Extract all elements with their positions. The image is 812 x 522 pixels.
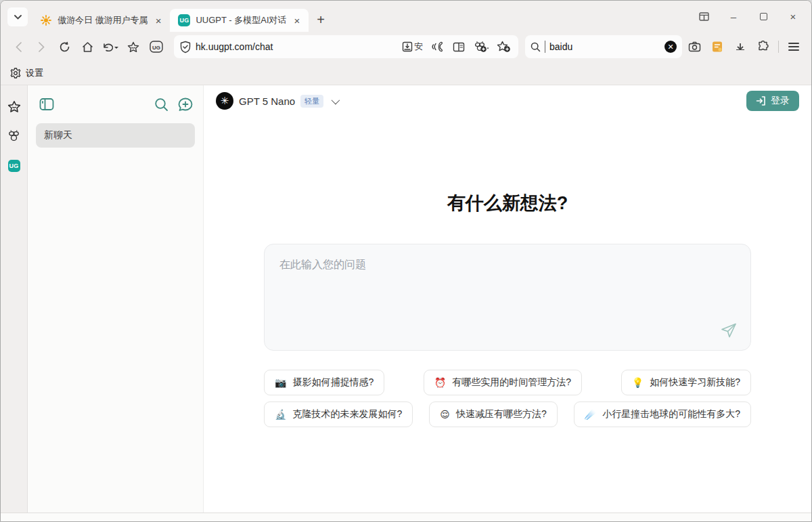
side-strip: UG: [1, 85, 28, 513]
downloads-button[interactable]: [729, 36, 751, 58]
read-aloud-button[interactable]: [428, 37, 447, 56]
login-button[interactable]: 登录: [746, 91, 799, 111]
comet-emoji-icon: ☄️: [585, 409, 596, 420]
ug-icon: UG: [150, 41, 163, 53]
shield-icon: [179, 41, 191, 53]
tab-uugpt[interactable]: UG UUGPT - 多模型AI对话 ×: [170, 9, 309, 32]
browser-window: 傲游今日 傲游用户专属 × UG UUGPT - 多模型AI对话 × + – ×: [0, 0, 812, 522]
favorites-star-icon: [127, 41, 139, 53]
search-chats-icon[interactable]: [152, 95, 171, 114]
tab-list-dropdown-button[interactable]: [7, 7, 28, 26]
alarm-clock-emoji-icon: ⏰: [434, 377, 446, 388]
search-input[interactable]: [549, 41, 664, 52]
browser-toolbar: UG hk.uugpt.com/chat 安: [1, 32, 811, 62]
gear-icon: [10, 68, 21, 79]
suggestion-chips: 📷 摄影如何捕捉情感? ⏰ 有哪些实用的时间管理方法? 💡 如何快速学习新技能?…: [264, 370, 751, 427]
screenshot-button[interactable]: [683, 36, 705, 58]
chat-list-item-new[interactable]: 新聊天: [36, 123, 195, 148]
suggestion-text: 快速减压有哪些方法?: [456, 408, 547, 420]
reader-mode-icon: [453, 42, 465, 52]
extensions-puzzle-icon: [757, 41, 769, 53]
save-install-icon: [402, 41, 413, 52]
favorites-star-icon[interactable]: [7, 99, 22, 114]
window-bottom-edge: [1, 513, 811, 521]
suggestion-chip[interactable]: ☄️ 小行星撞击地球的可能性有多大?: [574, 401, 751, 427]
undo-icon: [102, 42, 113, 51]
search-box[interactable]: ✕: [525, 35, 682, 58]
boss-key-panel-icon[interactable]: [692, 7, 715, 25]
notes-icon: [711, 41, 723, 53]
suggestion-chip[interactable]: 😌 快速减压有哪些方法?: [429, 401, 557, 427]
suggestion-text: 如何快速学习新技能?: [650, 376, 740, 389]
menu-icon: [788, 43, 799, 51]
sidebar-toggle-icon[interactable]: [37, 95, 56, 114]
reload-icon: [59, 41, 70, 53]
sunburst-icon: [40, 14, 52, 26]
new-tab-button[interactable]: +: [309, 12, 333, 32]
download-icon: [736, 43, 745, 51]
home-button[interactable]: [76, 36, 98, 58]
send-button[interactable]: [721, 323, 737, 341]
bookmark-settings[interactable]: 设置: [26, 67, 43, 79]
reader-mode-button[interactable]: [449, 37, 468, 56]
camera-emoji-icon: 📷: [275, 377, 286, 388]
address-bar-actions: 安: [400, 37, 513, 56]
extensions-button[interactable]: [752, 36, 774, 58]
maximize-button[interactable]: [752, 7, 775, 25]
notes-button[interactable]: [706, 36, 728, 58]
toolbar-separator: [778, 41, 779, 53]
suggestion-text: 摄影如何捕捉情感?: [292, 376, 374, 389]
search-icon: [531, 42, 541, 52]
login-icon: [756, 96, 766, 106]
tab-close-icon[interactable]: ×: [154, 15, 164, 26]
prompt-input-card[interactable]: [264, 244, 751, 351]
suggestion-chip[interactable]: 🔬 克隆技术的未来发展如何?: [264, 401, 413, 427]
ug-badge-icon[interactable]: UG: [7, 158, 22, 173]
chat-header: ✳ GPT 5 Nano 轻量 登录: [204, 85, 811, 116]
relieved-face-emoji-icon: 😌: [440, 409, 450, 420]
bee-collect-button[interactable]: [471, 37, 491, 56]
url-text[interactable]: hk.uugpt.com/chat: [196, 41, 400, 52]
model-selector[interactable]: ✳ GPT 5 Nano 轻量: [216, 92, 338, 110]
suggestion-chip[interactable]: ⏰ 有哪些实用的时间管理方法?: [424, 370, 582, 395]
home-icon: [82, 41, 93, 53]
chevron-down-icon: [14, 15, 22, 20]
model-badge: 轻量: [300, 95, 323, 108]
minimize-button[interactable]: –: [722, 7, 745, 25]
prompt-input[interactable]: [265, 244, 750, 319]
suggestion-chip[interactable]: 📷 摄影如何捕捉情感?: [264, 370, 384, 395]
chat-sidebar: 新聊天: [28, 85, 204, 513]
suggestion-chip[interactable]: 💡 如何快速学习新技能?: [621, 370, 751, 395]
close-button[interactable]: ×: [782, 7, 805, 25]
tab-title: UUGPT - 多模型AI对话: [196, 14, 286, 26]
ug-toolbar-button[interactable]: UG: [145, 36, 167, 58]
window-controls: – ×: [692, 7, 805, 25]
openai-logo: ✳: [216, 92, 233, 110]
clear-search-icon[interactable]: ✕: [664, 41, 677, 53]
read-aloud-icon: [431, 41, 444, 52]
save-install-button[interactable]: 安: [400, 37, 425, 56]
add-bookmark-button[interactable]: [494, 37, 513, 56]
back-button[interactable]: [7, 36, 29, 58]
maximize-icon: [760, 13, 767, 20]
suggestion-text: 有哪些实用的时间管理方法?: [452, 376, 571, 389]
suggestion-text: 小行星撞击地球的可能性有多大?: [602, 408, 740, 420]
favorites-button[interactable]: [122, 36, 144, 58]
new-chat-icon[interactable]: [176, 95, 195, 114]
menu-button[interactable]: [783, 36, 805, 58]
bookmarks-bar: 设置: [1, 62, 811, 85]
welcome-heading: 有什么新想法?: [447, 191, 568, 215]
svg-text:UG: UG: [152, 45, 160, 51]
chat-sidebar-header: [36, 95, 195, 114]
login-label: 登录: [771, 95, 790, 107]
bee-icon[interactable]: [7, 129, 22, 144]
forward-button[interactable]: [30, 36, 52, 58]
tab-close-icon[interactable]: ×: [292, 15, 302, 26]
ug-favicon: UG: [178, 14, 190, 26]
address-bar[interactable]: hk.uugpt.com/chat 安: [174, 35, 518, 58]
screenshot-camera-icon: [688, 41, 701, 52]
tab-maxthon-today[interactable]: 傲游今日 傲游用户专属 ×: [32, 9, 170, 32]
search-engine-caret[interactable]: [542, 41, 545, 53]
undo-close-tab-button[interactable]: [99, 36, 121, 58]
reload-button[interactable]: [53, 36, 75, 58]
